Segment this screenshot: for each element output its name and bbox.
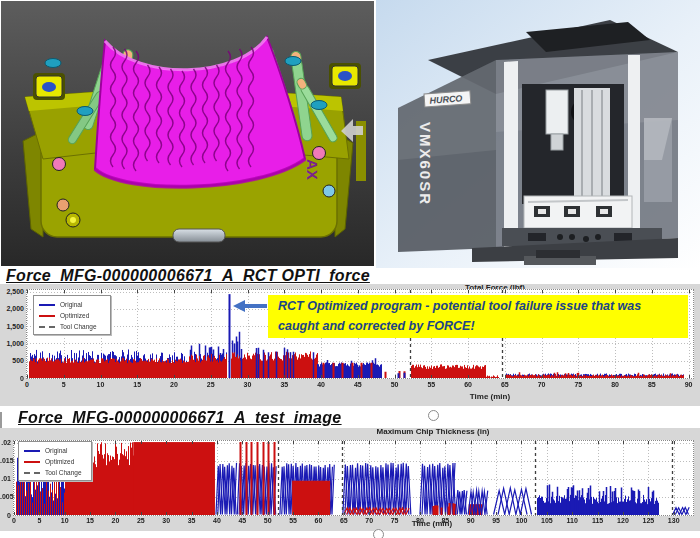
chart1-annotation: RCT Optimized program - potential tool f… xyxy=(268,295,688,338)
y-tick-label: .01 xyxy=(0,475,11,482)
x-tick-label: 15 xyxy=(129,381,145,388)
chart1-xlabel: Time (min) xyxy=(470,392,510,401)
x-tick-label: 25 xyxy=(203,381,219,388)
x-tick-label: 65 xyxy=(336,517,352,524)
legend-line-sample xyxy=(24,461,40,463)
x-tick-label: 115 xyxy=(590,517,606,524)
y-tick-label: 1,500 xyxy=(0,323,24,330)
legend-label: Tool Change xyxy=(60,323,97,330)
x-tick-label: 80 xyxy=(607,381,623,388)
legend-label: Original xyxy=(45,447,67,454)
x-tick-label: 100 xyxy=(513,517,529,524)
legend-item-tool-change: Tool Change xyxy=(39,321,105,332)
legend-label: Optimized xyxy=(45,458,74,465)
x-tick-label: 25 xyxy=(133,517,149,524)
x-tick-label: 60 xyxy=(310,517,326,524)
y-tick-label: .005 xyxy=(0,493,11,500)
cad-image: AX xyxy=(1,1,374,266)
x-tick-label: 60 xyxy=(460,381,476,388)
x-tick-label: 85 xyxy=(644,381,660,388)
machine-image: HURCO VMX60SR xyxy=(376,0,700,268)
legend-label: Original xyxy=(60,301,82,308)
y-tick-label: .015 xyxy=(0,457,11,464)
x-tick-label: 35 xyxy=(184,517,200,524)
chart2-legend: OriginalOptimizedTool Change xyxy=(18,441,92,481)
legend-label: Optimized xyxy=(60,312,89,319)
x-tick-label: 35 xyxy=(276,381,292,388)
legend-line-sample xyxy=(39,315,55,317)
legend-item-tool-change: Tool Change xyxy=(24,467,86,478)
y-tick-label: .02 xyxy=(0,439,11,446)
screenshot-root: AX xyxy=(0,0,700,538)
y-tick-label: 0 xyxy=(0,512,11,519)
x-tick-label: 90 xyxy=(681,381,697,388)
x-tick-label: 125 xyxy=(640,517,656,524)
legend-item-original: Original xyxy=(24,445,86,456)
legend-item-optimized: Optimized xyxy=(24,456,86,467)
x-tick-label: 95 xyxy=(488,517,504,524)
x-tick-label: 10 xyxy=(57,517,73,524)
y-tick-label: 500 xyxy=(0,357,24,364)
x-tick-label: 45 xyxy=(350,381,366,388)
legend-line-sample xyxy=(24,472,40,474)
x-tick-label: 30 xyxy=(158,517,174,524)
x-tick-label: 110 xyxy=(564,517,580,524)
x-tick-label: 70 xyxy=(361,517,377,524)
x-tick-label: 20 xyxy=(107,517,123,524)
legend-item-optimized: Optimized xyxy=(39,310,105,321)
x-tick-label: 40 xyxy=(209,517,225,524)
x-tick-label: 5 xyxy=(56,381,72,388)
chart1-legend: OriginalOptimizedTool Change xyxy=(33,295,111,335)
chart2-xlabel: Time (min) xyxy=(412,519,452,528)
model-label: VMX60SR xyxy=(417,122,434,206)
cad-axis-label: AX xyxy=(304,159,321,180)
x-tick-label: 15 xyxy=(82,517,98,524)
x-tick-label: 5 xyxy=(31,517,47,524)
x-tick-label: 105 xyxy=(539,517,555,524)
x-tick-label: 70 xyxy=(534,381,550,388)
x-tick-label: 10 xyxy=(93,381,109,388)
x-tick-label: 0 xyxy=(19,381,35,388)
x-tick-label: 90 xyxy=(463,517,479,524)
x-tick-label: 65 xyxy=(497,381,513,388)
x-tick-label: 55 xyxy=(285,517,301,524)
cad-mold-graphic: AX xyxy=(1,1,374,266)
cnc-machine-graphic: HURCO VMX60SR xyxy=(376,0,700,268)
selection-handle-top[interactable] xyxy=(428,410,439,421)
legend-line-sample xyxy=(39,304,55,306)
annotation-arrow-icon xyxy=(233,297,269,315)
x-tick-label: 50 xyxy=(260,517,276,524)
y-tick-label: 0 xyxy=(0,375,24,382)
chart1-heading: Force_MFG-000000006671_A_RCT OPTI_force xyxy=(6,267,370,285)
chart2-title: Maximum Chip Thickness (in) xyxy=(377,427,490,436)
x-tick-label: 130 xyxy=(666,517,682,524)
x-tick-label: 55 xyxy=(423,381,439,388)
chart2-plot-area xyxy=(13,440,694,516)
y-tick-label: 2,500 xyxy=(0,288,24,295)
legend-line-sample xyxy=(24,450,40,452)
legend-item-original: Original xyxy=(39,299,105,310)
x-tick-label: 50 xyxy=(387,381,403,388)
chart2-canvas xyxy=(14,441,693,515)
y-tick-label: 1,000 xyxy=(0,340,24,347)
x-tick-label: 75 xyxy=(570,381,586,388)
selection-handle-bottom[interactable] xyxy=(373,529,384,538)
legend-label: Tool Change xyxy=(45,469,82,476)
x-tick-label: 45 xyxy=(234,517,250,524)
x-tick-label: 40 xyxy=(313,381,329,388)
legend-line-sample xyxy=(39,326,55,328)
x-tick-label: 20 xyxy=(166,381,182,388)
chart2-heading: Force_MFG-000000006671_A_test_image xyxy=(18,409,342,427)
x-tick-label: 30 xyxy=(240,381,256,388)
x-tick-label: 120 xyxy=(615,517,631,524)
y-tick-label: 2,000 xyxy=(0,305,24,312)
x-tick-label: 75 xyxy=(387,517,403,524)
